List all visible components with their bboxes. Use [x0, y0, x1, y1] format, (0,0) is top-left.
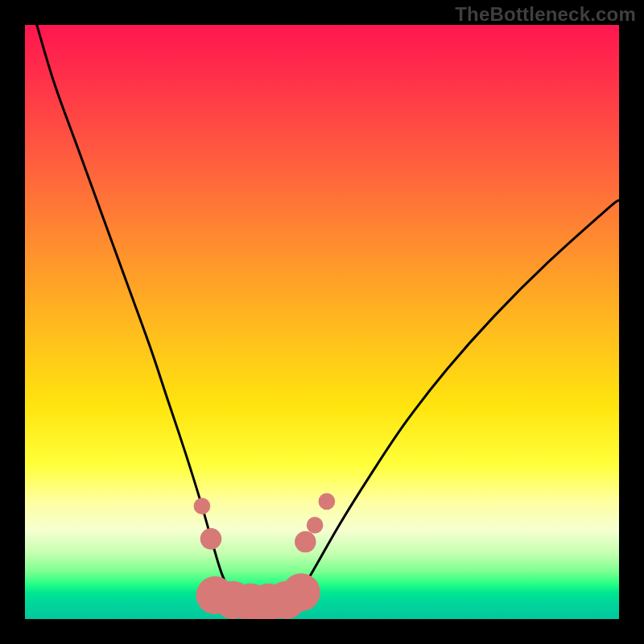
- marker-layer: [194, 493, 336, 619]
- highlight-marker: [295, 531, 316, 553]
- series-left-curve: [37, 25, 245, 616]
- highlight-marker: [194, 497, 211, 514]
- highlight-marker: [319, 493, 336, 510]
- highlight-marker: [200, 528, 222, 550]
- series-right-curve: [280, 200, 619, 616]
- curve-layer: [37, 25, 619, 616]
- highlight-marker: [307, 517, 324, 534]
- plot-area: [25, 25, 619, 619]
- watermark-text: TheBottleneck.com: [455, 3, 636, 26]
- highlight-marker: [283, 573, 320, 611]
- chart-overlay: [25, 25, 619, 619]
- chart-frame: TheBottleneck.com: [0, 0, 644, 644]
